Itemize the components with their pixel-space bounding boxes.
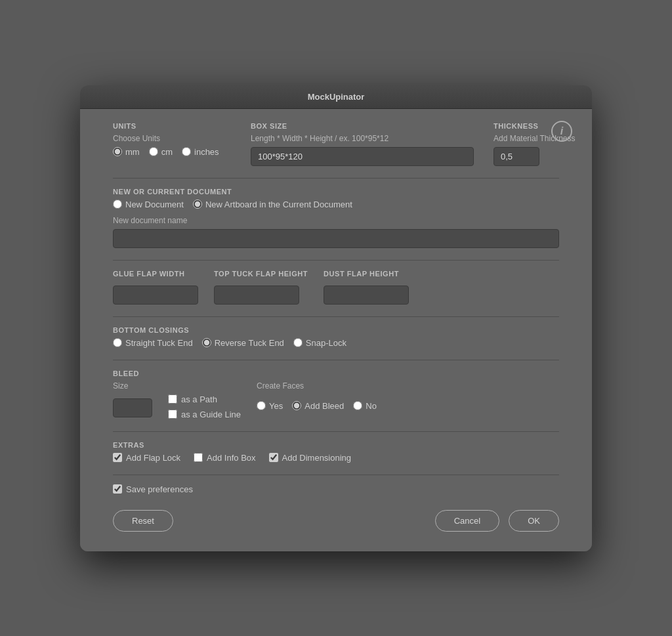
extras-label: EXTRAS	[113, 441, 559, 449]
extra-flap-lock-label: Add Flap Lock	[126, 453, 180, 463]
bottom-closings-section: BOTTOM CLOSINGS Straight Tuck End Revers…	[113, 326, 559, 348]
bleed-guideline-check[interactable]: as a Guide Line	[168, 410, 241, 419]
extra-info-box[interactable]: Add Info Box	[194, 453, 255, 463]
save-prefs-checkbox[interactable]	[113, 484, 122, 494]
unit-mm-radio[interactable]	[113, 147, 122, 156]
units-section: UNITS Choose Units mm cm inches	[113, 122, 231, 157]
bleed-size-label: Size	[113, 381, 152, 391]
faces-add-bleed-label: Add Bleed	[304, 401, 344, 411]
reset-button[interactable]: Reset	[113, 510, 173, 532]
bleed-path-checkbox[interactable]	[168, 394, 177, 404]
ok-button[interactable]: OK	[509, 510, 559, 532]
title-bar: MockUpinator	[80, 85, 592, 109]
extra-dimensioning-checkbox[interactable]	[269, 453, 278, 462]
divider-3	[113, 316, 559, 317]
bleed-size-input[interactable]	[113, 398, 152, 417]
boxsize-sublabel: Length * Width * Height / ex. 100*95*12	[251, 134, 474, 143]
save-prefs-label: Save preferences	[126, 484, 193, 494]
doc-new[interactable]: New Document	[113, 200, 184, 209]
extras-section: EXTRAS Add Flap Lock Add Info Box Add Di…	[113, 441, 559, 463]
faces-yes-radio[interactable]	[257, 401, 266, 410]
unit-cm-label: cm	[161, 147, 173, 157]
bleed-checks: as a Path as a Guide Line	[168, 394, 241, 419]
doc-new-label: New Document	[125, 200, 184, 209]
top-tuck-input[interactable]	[214, 286, 299, 305]
faces-add-bleed[interactable]: Add Bleed	[292, 401, 344, 411]
button-row: Reset Cancel OK	[113, 510, 559, 532]
unit-mm[interactable]: mm	[113, 147, 140, 157]
glue-flap-input[interactable]	[113, 286, 198, 305]
flaps-section: GLUE FLAP WIDTH TOP TUCK FLAP HEIGHT DUS…	[113, 270, 559, 305]
create-faces-radio-group: Yes Add Bleed No	[257, 401, 377, 411]
save-prefs-check[interactable]: Save preferences	[113, 484, 559, 494]
faces-no[interactable]: No	[353, 401, 377, 411]
boxsize-label: BOX SIZE	[251, 122, 474, 130]
top-sections: UNITS Choose Units mm cm inches	[113, 122, 559, 166]
faces-add-bleed-radio[interactable]	[292, 401, 301, 410]
closing-straight-radio[interactable]	[113, 338, 122, 347]
unit-cm[interactable]: cm	[149, 147, 173, 157]
doc-new-radio[interactable]	[113, 200, 122, 209]
info-icon[interactable]: i	[551, 121, 572, 142]
bleed-path-label: as a Path	[181, 394, 217, 404]
doc-current[interactable]: New Artboard in the Current Document	[193, 200, 352, 209]
doc-current-label: New Artboard in the Current Document	[205, 200, 352, 209]
divider-6	[113, 475, 559, 475]
extra-info-box-checkbox[interactable]	[194, 453, 203, 462]
faces-yes-label: Yes	[269, 401, 283, 411]
boxsize-input[interactable]	[251, 147, 474, 166]
closing-reverse-radio[interactable]	[202, 338, 211, 347]
unit-inches-label: inches	[194, 147, 219, 157]
top-tuck-col: TOP TUCK FLAP HEIGHT	[214, 270, 308, 305]
unit-cm-radio[interactable]	[149, 147, 158, 156]
boxsize-section: BOX SIZE Length * Width * Height / ex. 1…	[251, 122, 474, 166]
window-title: MockUpinator	[308, 92, 365, 102]
closing-snaplock[interactable]: Snap-Lock	[293, 338, 346, 348]
content-area: i UNITS Choose Units mm cm	[80, 109, 592, 551]
thickness-input[interactable]	[494, 147, 539, 166]
unit-mm-label: mm	[125, 147, 140, 157]
bleed-size-col: Size	[113, 381, 152, 417]
save-prefs-row: Save preferences	[113, 484, 559, 494]
closing-straight[interactable]: Straight Tuck End	[113, 338, 193, 348]
bleed-guideline-label: as a Guide Line	[181, 410, 241, 419]
closing-snaplock-radio[interactable]	[293, 338, 303, 347]
extra-dimensioning-label: Add Dimensioning	[282, 453, 352, 463]
main-window: MockUpinator i UNITS Choose Units mm	[80, 85, 592, 551]
cancel-button[interactable]: Cancel	[435, 510, 499, 532]
closing-snaplock-label: Snap-Lock	[306, 338, 346, 348]
unit-inches-radio[interactable]	[182, 147, 191, 156]
dust-flap-col: DUST FLAP HEIGHT	[324, 270, 409, 305]
bleed-section: BLEED Size as a Path as a Guide Line	[113, 370, 559, 419]
faces-no-radio[interactable]	[353, 401, 362, 410]
doc-name-input[interactable]	[113, 229, 559, 248]
dust-flap-input[interactable]	[324, 286, 409, 305]
divider-1	[113, 178, 559, 179]
closing-reverse[interactable]: Reverse Tuck End	[202, 338, 284, 348]
bleed-label: BLEED	[113, 370, 559, 377]
document-label: NEW OR CURRENT DOCUMENT	[113, 188, 559, 196]
document-section: NEW OR CURRENT DOCUMENT New Document New…	[113, 188, 559, 248]
closing-straight-label: Straight Tuck End	[125, 338, 193, 348]
closing-reverse-label: Reverse Tuck End	[215, 338, 284, 348]
create-faces-label: Create Faces	[257, 381, 377, 391]
extra-dimensioning[interactable]: Add Dimensioning	[269, 453, 352, 463]
divider-2	[113, 260, 559, 261]
units-radio-group: mm cm inches	[113, 147, 231, 157]
extra-info-box-label: Add Info Box	[207, 453, 255, 463]
bleed-row: Size as a Path as a Guide Line	[113, 381, 559, 419]
faces-no-label: No	[366, 401, 377, 411]
faces-yes[interactable]: Yes	[257, 401, 283, 411]
dust-flap-label: DUST FLAP HEIGHT	[324, 270, 409, 278]
doc-current-radio[interactable]	[193, 200, 202, 209]
divider-5	[113, 431, 559, 432]
glue-flap-col: GLUE FLAP WIDTH	[113, 270, 198, 305]
extra-flap-lock-checkbox[interactable]	[113, 453, 122, 462]
create-faces-col: Create Faces Yes Add Bleed No	[257, 381, 377, 411]
divider-4	[113, 360, 559, 360]
unit-inches[interactable]: inches	[182, 147, 219, 157]
bottom-closings-radio-group: Straight Tuck End Reverse Tuck End Snap-…	[113, 338, 559, 348]
bleed-path-check[interactable]: as a Path	[168, 394, 241, 404]
extra-flap-lock[interactable]: Add Flap Lock	[113, 453, 180, 463]
bleed-guideline-checkbox[interactable]	[168, 410, 177, 419]
